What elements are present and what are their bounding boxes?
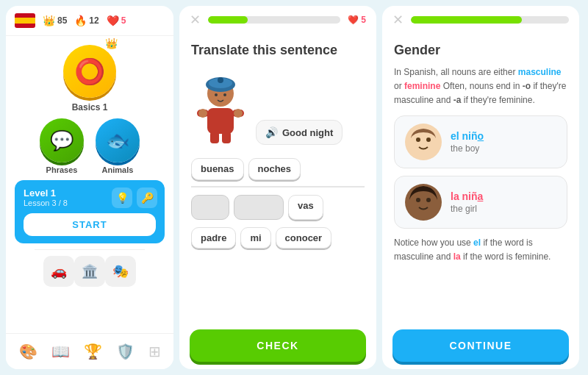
speech-text: Good night [282,127,333,138]
girl-card: la niña the girl [394,176,567,229]
translate-progress-bar [208,16,340,24]
level-icons: 💡 🔑 [112,188,157,208]
character-figure-wrapper [191,71,250,145]
svg-point-5 [223,93,226,96]
svg-point-9 [198,109,207,118]
word-chip-noches[interactable]: noches [248,158,301,180]
heart-count: 5 [121,15,126,26]
nav-trophy-icon[interactable]: 🏆 [81,340,105,363]
svg-point-10 [234,109,243,118]
svg-point-17 [416,198,420,202]
gender-header: ✕ [382,6,579,34]
gender-footer: CONTINUE [382,322,579,369]
gender-progress-fill [411,16,522,24]
panel-translate: ✕ ❤️ 5 Translate this sentence [179,6,376,369]
building-icon-btn[interactable]: 🏛️ [74,256,105,287]
boy-card-text: el niño the boy [451,130,484,154]
key-icon-btn[interactable]: 🔑 [137,188,157,208]
heart-stat: ❤️ 5 [107,15,126,26]
speaker-icon: 🔊 [265,126,278,138]
bottom-icons: 🚗 🏛️ 🎭 [35,249,145,293]
phrases-lesson[interactable]: 💬 Phrases [40,118,84,174]
speech-bubble: 🔊 Good night [256,120,343,145]
translate-title: Translate this sentence [191,43,365,58]
note-el: el [473,238,481,248]
crown-count: 85 [57,15,67,26]
boy-avatar-svg [405,124,442,160]
word-chip-used-2 [234,195,284,220]
animals-circle: 🐟 [96,118,140,162]
translate-progress-fill [208,16,248,24]
bulb-icon-btn[interactable]: 💡 [112,188,132,208]
girl-avatar-svg [405,184,442,221]
gender-note: Notice how you use el if the word is mas… [394,236,567,264]
start-button[interactable]: START [24,213,156,236]
flame-count: 12 [89,15,98,26]
word-chip-conocer[interactable]: conocer [276,227,332,249]
nav-grid-icon[interactable]: ⊞ [146,340,164,363]
svg-point-18 [426,198,431,202]
girl-a-underline: a [478,190,484,202]
translate-heart-icon: ❤️ [348,15,359,25]
masculine-text: masculine [518,67,562,77]
animals-label: Animals [102,165,134,174]
girl-avatar [405,184,442,221]
animals-lesson[interactable]: 🐟 Animals [96,118,140,174]
check-button[interactable]: CHECK [190,329,366,362]
basics-icon: ⭕ [74,57,105,86]
svg-point-15 [426,138,431,142]
svg-rect-11 [210,132,219,143]
basics-lesson[interactable]: ⭕ 👑 Basics 1 [63,45,116,113]
phrases-label: Phrases [46,165,78,174]
word-chip-buenas[interactable]: buenas [191,158,244,180]
translate-heart-count: 5 [361,15,366,25]
svg-point-14 [416,138,420,142]
gender-description: In Spanish, all nouns are either masculi… [394,65,567,108]
basics-crown: 👑 [105,38,118,49]
nav-shield-icon[interactable]: 🛡️ [113,340,137,363]
nav-home-icon[interactable]: 🎨 [16,340,40,363]
girl-spanish: la niña [451,190,483,202]
selected-words-area[interactable]: buenas noches [191,158,365,188]
word-chip-mi[interactable]: mi [240,227,270,249]
gender-progress-bar [411,16,569,24]
basics-circle: ⭕ 👑 [63,45,116,98]
crown-icon: 👑 [43,15,55,26]
feminine-text: feminine [404,81,440,91]
svg-rect-12 [222,132,231,143]
continue-button[interactable]: CONTINUE [392,329,569,362]
boy-label: the boy [451,143,484,154]
boy-avatar [405,124,442,160]
translate-header: ✕ ❤️ 5 [179,6,376,34]
phrases-circle: 💬 [40,118,84,162]
panel-main: 👑 85 🔥 12 ❤️ 5 ⭕ 👑 Basics 1 [6,6,173,369]
character-area: 🔊 Good night [191,65,365,151]
level-box: Level 1 Lesson 3 / 8 💡 🔑 START [15,180,165,243]
boy-o-underline: o [478,130,484,142]
word-bank-options: vas [191,195,365,220]
girl-label: the girl [451,204,483,214]
panel-gender: ✕ Gender In Spanish, all nouns are eithe… [382,6,579,369]
main-footer-nav: 🎨 📖 🏆 🛡️ ⊞ [6,333,173,369]
main-content: ⭕ 👑 Basics 1 💬 Phrases 🐟 Animals [6,36,173,333]
svg-point-3 [218,77,223,83]
translate-close-icon[interactable]: ✕ [190,13,201,26]
gender-close-icon[interactable]: ✕ [392,13,404,26]
flame-stat: 🔥 12 [74,15,98,26]
girl-card-text: la niña the girl [451,190,483,214]
nav-book-icon[interactable]: 📖 [49,340,73,363]
boy-spanish: el niño [451,130,484,142]
character-svg [191,71,250,145]
basics-label: Basics 1 [72,102,108,113]
word-chip-padre[interactable]: padre [191,227,236,249]
main-header: 👑 85 🔥 12 ❤️ 5 [6,6,173,36]
gender-content: Gender In Spanish, all nouns are either … [382,34,579,322]
word-chip-used-1 [191,195,229,220]
word-chip-vas[interactable]: vas [288,195,323,220]
svg-rect-6 [207,108,234,134]
svg-point-4 [215,93,218,96]
car-icon-btn[interactable]: 🚗 [43,256,74,287]
theater-icon-btn[interactable]: 🎭 [105,256,136,287]
translate-hearts: ❤️ 5 [348,15,366,25]
boy-card: el niño the boy [394,115,567,168]
